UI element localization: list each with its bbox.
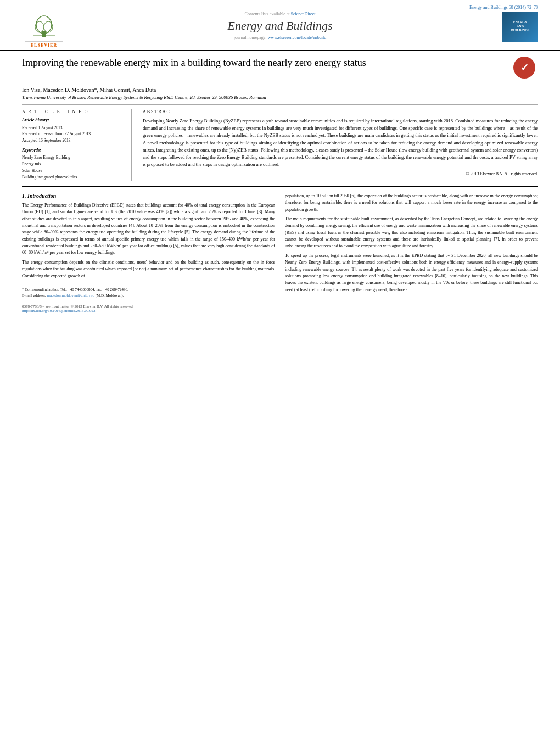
keyword-4: Building integrated photovoltaics [22, 174, 125, 181]
abstract-header: ABSTRACT [143, 109, 538, 114]
journal-top-bar: ELSEVIER Contents lists available at Sci… [22, 12, 538, 48]
doi-link[interactable]: http://dx.doi.org/10.1016/j.enbuild.2013… [22, 309, 95, 313]
corresponding-author-note: * Corresponding author. Tel.: +40 744030… [22, 287, 275, 293]
svg-point-1 [36, 16, 52, 34]
journal-title: Energy and Buildings [77, 19, 483, 33]
abstract-text: Developing Nearly Zero Energy Buildings … [143, 118, 538, 168]
footnote-section: * Corresponding author. Tel.: +40 744030… [22, 284, 275, 298]
sciencedirect-anchor[interactable]: ScienceDirect [291, 12, 316, 16]
received-revised-date: Received in revised form 22 August 2013 [22, 131, 125, 137]
elsevier-tree-icon [27, 15, 60, 38]
email-note: E-mail address: macedon.moldovan@unitbv.… [22, 293, 275, 299]
elsevier-logo-image [25, 12, 63, 42]
article-authors: Ion Visa, Macedon D. Moldovan*, Mihai Co… [22, 87, 538, 93]
accepted-date: Accepted 16 September 2013 [22, 137, 125, 143]
journal-header: Energy and Buildings 68 (2014) 72–78 ELS… [0, 0, 560, 51]
intro-section-title: 1. Introduction [22, 193, 275, 199]
abstract-column: ABSTRACT Developing Nearly Zero Energy B… [143, 109, 538, 181]
crossmark-badge: ✓ [513, 57, 538, 81]
email-link[interactable]: macedon.moldovan@unitbv.ro [47, 293, 94, 298]
keyword-1: Nearly Zero Energy Building [22, 154, 125, 161]
page: Energy and Buildings 68 (2014) 72–78 ELS… [0, 0, 560, 742]
journal-homepage: journal homepage: www.elsevier.com/locat… [77, 35, 483, 40]
energy-badge: ENERGY AND BUILDINGS [502, 12, 538, 42]
keywords-label: Keywords: [22, 148, 125, 153]
intro-paragraph-col2: population, up to 10 billion till 2050 [… [285, 193, 538, 293]
journal-center: Contents lists available at ScienceDirec… [66, 12, 494, 40]
elsevier-label: ELSEVIER [31, 43, 57, 48]
elsevier-logo: ELSEVIER [22, 12, 66, 48]
keyword-3: Solar House [22, 168, 125, 174]
keyword-2: Energy mix [22, 161, 125, 168]
article-info-header: A R T I C L E I N F O [22, 109, 125, 114]
sciencedirect-link: Contents lists available at ScienceDirec… [77, 12, 483, 16]
body-section: 1. Introduction The Energy Performance o… [22, 186, 538, 313]
body-col-right: population, up to 10 billion till 2050 [… [285, 193, 538, 313]
intro-paragraph-1: The Energy Performance of Buildings Dire… [22, 202, 275, 280]
received-date: Received 1 August 2013 [22, 125, 125, 131]
article-history-label: Article history: [22, 118, 125, 122]
body-col-left: 1. Introduction The Energy Performance o… [22, 193, 275, 313]
journal-ref: Energy and Buildings 68 (2014) 72–78 [22, 5, 538, 10]
article-info-column: A R T I C L E I N F O Article history: R… [22, 109, 132, 181]
homepage-link[interactable]: www.elsevier.com/locate/enbuild [268, 35, 327, 40]
journal-badge: ENERGY AND BUILDINGS [494, 12, 538, 42]
issn-line: 0378-7788/$ – see front matter © 2013 El… [22, 304, 275, 309]
copyright-line: © 2013 Elsevier B.V. All rights reserved… [143, 171, 538, 176]
article-affiliation: Transilvania University of Brasov, Renew… [22, 94, 538, 100]
crossmark-icon: ✓ [513, 57, 535, 79]
article-content: Improving the renewable energy mix in a … [0, 51, 560, 319]
article-info-abstract-section: A R T I C L E I N F O Article history: R… [22, 104, 538, 181]
footer-line: 0378-7788/$ – see front matter © 2013 El… [22, 302, 275, 313]
article-title-section: Improving the renewable energy mix in a … [22, 57, 538, 83]
article-title: Improving the renewable energy mix in a … [22, 57, 366, 69]
